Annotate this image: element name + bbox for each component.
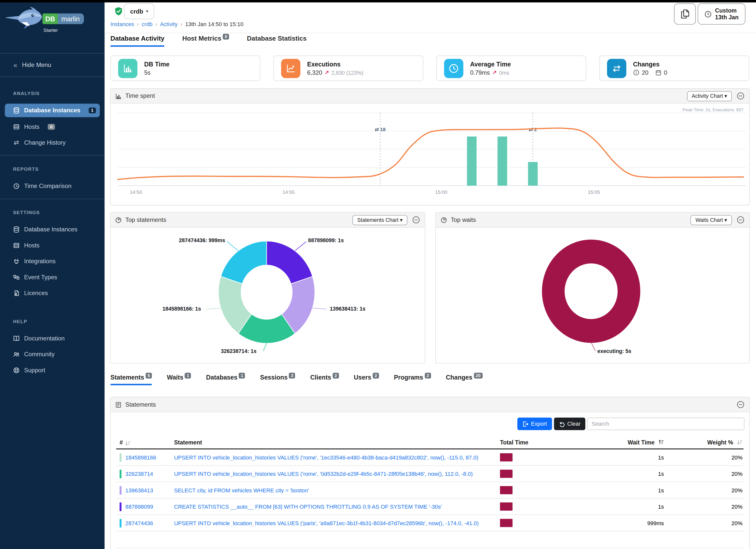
breadcrumb-activity[interactable]: Activity (160, 21, 178, 27)
sidebar-item-settings-hosts[interactable]: Hosts (0, 239, 105, 252)
sidebar-item-licences[interactable]: Licences (0, 287, 105, 300)
sidebar-item-label: Event Types (24, 274, 57, 281)
sidebar-item-database-instances[interactable]: Database Instances 1 (5, 104, 100, 117)
collapse-panel-icon[interactable] (737, 92, 744, 100)
sidebar-item-settings-database-instances[interactable]: Database Instances (0, 223, 105, 236)
statement-id-link[interactable]: 139638413 (125, 487, 153, 493)
time-spent-chart[interactable]: Peak Time: 2s, Executions: 837 ⇄ 18⇄ 214… (110, 104, 749, 205)
breadcrumb-instances[interactable]: Instances (110, 21, 134, 27)
book-icon (13, 335, 20, 342)
statement-color-bar (120, 453, 122, 462)
copy-link-button[interactable] (674, 3, 696, 25)
collapse-panel-icon[interactable] (737, 401, 744, 408)
statement-id-link[interactable]: 1845898166 (125, 454, 156, 460)
column-header-statement[interactable]: Statement (174, 439, 500, 446)
tab-sessions[interactable]: Sessions2 (260, 374, 295, 385)
wait-time-value: 1s (570, 471, 664, 477)
marlin-fish-logo-icon (5, 6, 43, 31)
section-title-analysis: ANALYSIS (0, 91, 105, 96)
edition-label: Starter (43, 28, 58, 33)
sidebar-item-integrations[interactable]: Integrations (0, 255, 105, 268)
trend-up-icon: ↗ (325, 69, 329, 76)
statement-id-link[interactable]: 887898099 (125, 504, 153, 509)
top-black-strip (0, 0, 756, 3)
sidebar-item-time-comparison[interactable]: Time Comparison (0, 179, 105, 193)
line-chart-icon (281, 59, 300, 78)
info-circle-icon (633, 69, 639, 76)
collapse-panel-icon[interactable] (412, 216, 420, 224)
tab-clients[interactable]: Clients2 (310, 374, 339, 385)
tab-host-metrics[interactable]: Host Metrics0 (182, 35, 229, 47)
column-header-wait-time[interactable]: Wait Time (570, 439, 664, 446)
top-statements-chart[interactable]: 887898099: 1s139638413: 1s326238714: 1s1… (110, 228, 425, 363)
time-range-button[interactable]: Custom 13th Jan (698, 3, 745, 25)
count-badge: 1 (185, 373, 191, 379)
life-ring-icon (13, 367, 20, 374)
divider (0, 53, 105, 54)
sidebar-item-community[interactable]: Community (0, 348, 105, 361)
tab-users[interactable]: Users2 (354, 374, 379, 385)
count-badge: 1 (239, 373, 245, 379)
count-badge: 2 (425, 373, 431, 379)
search-input[interactable] (587, 418, 744, 430)
tab-programs[interactable]: Programs2 (394, 374, 431, 385)
column-header-num[interactable]: # (116, 439, 174, 446)
table-header-row: # Statement Total Time Wait Time Weight … (116, 439, 743, 449)
database-icon (13, 107, 20, 114)
activity-chart-select[interactable]: Activity Chart ▾ (687, 91, 732, 101)
tab-databases[interactable]: Databases1 (206, 374, 245, 385)
column-header-total-time[interactable]: Total Time (500, 439, 570, 446)
tab-database-statistics[interactable]: Database Statistics (247, 35, 307, 47)
statements-table: # Statement Total Time Wait Time Weight … (116, 439, 743, 548)
wait-time-value: 1s (570, 504, 664, 509)
svg-text:15:05: 15:05 (588, 190, 600, 195)
top-bar: crdb ▾ Instances› crdb› Activity› 13th J… (105, 0, 756, 33)
statement-id-link[interactable]: 326238714 (125, 471, 153, 477)
count-badge: 0 (223, 34, 229, 40)
sidebar-item-support[interactable]: Support (0, 363, 105, 377)
sidebar-item-label: Hosts (24, 123, 39, 130)
breadcrumb: Instances› crdb› Activity› 13th Jan 14:5… (110, 21, 243, 27)
breadcrumb-crdb[interactable]: crdb (142, 21, 152, 27)
sidebar-item-label: Support (24, 367, 45, 374)
instance-selector[interactable]: crdb ▾ (124, 3, 154, 19)
tab-changes[interactable]: Changes20 (446, 374, 483, 385)
waits-chart-select[interactable]: Waits Chart ▾ (691, 215, 732, 225)
hide-menu-button[interactable]: « Hide Menu (0, 58, 105, 71)
statement-link[interactable]: SELECT city, id FROM vehicles WHERE city… (174, 487, 309, 493)
clear-button[interactable]: Clear (554, 418, 585, 430)
time-spent-svg: ⇄ 18⇄ 214:5014:5515:0015:05 (110, 104, 748, 205)
time-spent-header: Time spent Activity Chart ▾ (110, 89, 749, 104)
column-header-weight[interactable]: Weight % (664, 439, 743, 446)
panel-title: Time spent (125, 93, 155, 99)
chevron-down-icon: ▾ (146, 9, 148, 14)
weight-value: 20% (664, 520, 743, 526)
statement-link[interactable]: UPSERT INTO vehicle_location_histories V… (174, 454, 478, 460)
statement-color-bar (120, 470, 122, 478)
tab-waits[interactable]: Waits1 (167, 374, 191, 385)
statements-list-icon (115, 401, 122, 408)
collapse-panel-icon[interactable] (737, 216, 744, 224)
statements-header: Statements (110, 397, 749, 412)
sidebar-item-change-history[interactable]: ⇄ Change History (0, 136, 105, 149)
sidebar-item-hosts[interactable]: Hosts 0 (0, 120, 105, 133)
export-icon (522, 421, 529, 427)
statements-chart-select[interactable]: Statements Chart ▾ (352, 215, 408, 225)
export-button[interactable]: Export (517, 418, 552, 430)
top-waits-chart[interactable]: executing: 5s (436, 228, 749, 363)
statement-link[interactable]: CREATE STATISTICS __auto__ FROM [63] WIT… (174, 504, 442, 509)
tab-statements[interactable]: Statements5 (110, 374, 152, 385)
statement-id-link[interactable]: 287474436 (125, 520, 153, 526)
statement-link[interactable]: UPSERT INTO vehicle_location_histories V… (174, 520, 479, 526)
tab-database-activity[interactable]: Database Activity (110, 35, 164, 47)
total-time-bar (500, 502, 513, 511)
sidebar-item-event-types[interactable]: Event Types (0, 270, 105, 284)
statement-link[interactable]: UPSERT INTO vehicle_location_histories V… (174, 471, 473, 477)
sidebar-item-documentation[interactable]: Documentation (0, 332, 105, 345)
count-badge: 20 (474, 373, 483, 379)
total-time-bar (500, 470, 513, 478)
waits-donut-svg (436, 228, 749, 363)
peak-note: Peak Time: 2s, Executions: 837 (683, 108, 744, 112)
sort-desc-icon (737, 439, 742, 445)
breadcrumb-separator: › (155, 21, 157, 27)
